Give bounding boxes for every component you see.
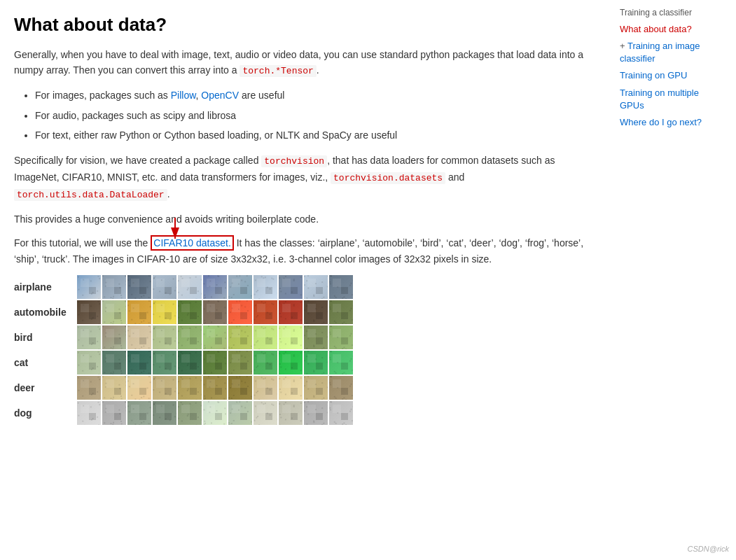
image-cell bbox=[153, 300, 176, 324]
image-row-label: bird bbox=[14, 332, 77, 343]
image-cell bbox=[178, 351, 202, 374]
image-cell bbox=[127, 351, 151, 374]
sidebar-link-where-next[interactable]: Where do I go next? bbox=[620, 116, 725, 129]
image-cells bbox=[77, 401, 353, 425]
image-row-deer: deer bbox=[14, 376, 588, 400]
image-cell bbox=[254, 275, 277, 299]
torchvision-paragraph: Specifically for vision, we have created… bbox=[14, 153, 588, 202]
image-cell bbox=[102, 275, 126, 299]
convenience-paragraph: This provides a huge convenience and avo… bbox=[14, 211, 588, 227]
image-cell bbox=[203, 275, 227, 299]
image-cell bbox=[102, 401, 126, 425]
list-item: For audio, packages such as scipy and li… bbox=[35, 108, 588, 123]
image-cell bbox=[203, 351, 227, 374]
dataloader-code: torch.utils.data.DataLoader bbox=[14, 189, 167, 201]
image-cells bbox=[77, 275, 353, 299]
image-row-label: dog bbox=[14, 407, 77, 419]
image-cell bbox=[329, 326, 353, 349]
bullet-list: For images, packages such as Pillow, Ope… bbox=[35, 88, 588, 143]
image-cell bbox=[77, 351, 101, 374]
image-cell bbox=[304, 401, 328, 425]
image-row-dog: dog bbox=[14, 401, 588, 425]
image-row-label: airplane bbox=[14, 281, 77, 293]
sidebar-link-training-classifier[interactable]: Training a classifier bbox=[620, 7, 725, 19]
image-cell bbox=[329, 376, 353, 400]
image-cell bbox=[228, 401, 252, 425]
image-cell bbox=[228, 351, 252, 374]
image-cell bbox=[254, 300, 277, 324]
image-cell bbox=[153, 351, 176, 374]
image-cell bbox=[77, 300, 101, 324]
image-cell bbox=[304, 275, 328, 299]
image-cell bbox=[178, 300, 202, 324]
image-cell bbox=[178, 401, 202, 425]
image-cell bbox=[279, 401, 303, 425]
sidebar-link-training-image-classifier[interactable]: Training an image classifier bbox=[620, 40, 725, 65]
main-content: What about data? Generally, when you hav… bbox=[0, 0, 609, 440]
image-cell bbox=[178, 326, 202, 349]
image-cell bbox=[153, 376, 176, 400]
image-cell bbox=[102, 376, 126, 400]
image-cell bbox=[102, 300, 126, 324]
tutorial-paragraph: For this tutorial, we will use the CIFAR… bbox=[14, 235, 588, 267]
image-cell bbox=[254, 326, 277, 349]
image-cell bbox=[279, 300, 303, 324]
page-title: What about data? bbox=[14, 14, 588, 36]
sidebar: Training a classifier What about data? T… bbox=[609, 0, 735, 440]
image-cell bbox=[254, 401, 277, 425]
image-cell bbox=[153, 401, 176, 425]
image-row-label: automobile bbox=[14, 307, 77, 318]
sidebar-link-training-gpu[interactable]: Training on GPU bbox=[620, 69, 725, 82]
image-cell bbox=[304, 326, 328, 349]
image-cell bbox=[304, 300, 328, 324]
tutorial-paragraph-wrapper: For this tutorial, we will use the CIFAR… bbox=[14, 235, 588, 267]
image-cell bbox=[127, 401, 151, 425]
image-cell bbox=[304, 376, 328, 400]
image-cell bbox=[77, 376, 101, 400]
image-cell bbox=[203, 376, 227, 400]
image-cell bbox=[329, 300, 353, 324]
image-row-cat: cat bbox=[14, 351, 588, 374]
sidebar-link-what-about-data[interactable]: What about data? bbox=[620, 23, 725, 36]
image-cells bbox=[77, 351, 353, 374]
list-item: For images, packages such as Pillow, Ope… bbox=[35, 88, 588, 103]
image-row-bird: bird bbox=[14, 326, 588, 349]
image-cell bbox=[329, 401, 353, 425]
image-row-label: cat bbox=[14, 357, 77, 368]
image-cells bbox=[77, 300, 353, 324]
pillow-link[interactable]: Pillow bbox=[171, 90, 196, 101]
cifar10-link[interactable]: CIFAR10 dataset. bbox=[151, 235, 234, 251]
image-grid: airplaneautomobilebirdcatdeerdog bbox=[14, 275, 588, 425]
image-cells bbox=[77, 376, 353, 400]
image-cell bbox=[329, 351, 353, 374]
image-cell bbox=[127, 376, 151, 400]
list-item: For text, either raw Python or Cython ba… bbox=[35, 127, 588, 143]
image-cell bbox=[153, 326, 176, 349]
image-cell bbox=[77, 275, 101, 299]
image-cell bbox=[127, 275, 151, 299]
image-cell bbox=[228, 376, 252, 400]
image-cell bbox=[203, 326, 227, 349]
image-cell bbox=[254, 376, 277, 400]
image-cell bbox=[127, 326, 151, 349]
image-cells bbox=[77, 326, 353, 349]
image-row-label: deer bbox=[14, 382, 77, 393]
image-row-automobile: automobile bbox=[14, 300, 588, 324]
opencv-link[interactable]: OpenCV bbox=[201, 90, 239, 101]
image-cell bbox=[178, 376, 202, 400]
image-cell bbox=[228, 326, 252, 349]
torchvision-code: torchvision bbox=[261, 155, 327, 167]
image-cell bbox=[304, 351, 328, 374]
image-cell bbox=[329, 275, 353, 299]
image-cell bbox=[102, 351, 126, 374]
image-cell bbox=[77, 401, 101, 425]
image-row-airplane: airplane bbox=[14, 275, 588, 299]
image-cell bbox=[77, 326, 101, 349]
image-cell bbox=[178, 275, 202, 299]
convenience-section: This provides a huge convenience and avo… bbox=[14, 211, 588, 227]
image-cell bbox=[279, 351, 303, 374]
image-cell bbox=[228, 275, 252, 299]
image-cell bbox=[228, 300, 252, 324]
image-cell bbox=[203, 401, 227, 425]
sidebar-link-training-multiple-gpus[interactable]: Training on multiple GPUs bbox=[620, 87, 725, 112]
